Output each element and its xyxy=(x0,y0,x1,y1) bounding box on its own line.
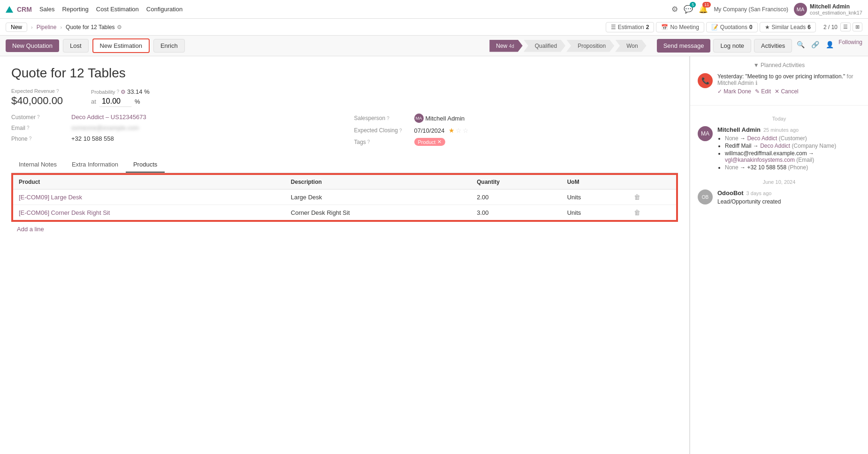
user-profile[interactable]: MA Mitchell Admin cost_estimation_knk17 xyxy=(794,3,862,16)
stage-proposition[interactable]: Proposition xyxy=(566,40,614,52)
email-value[interactable]: someone@example.com xyxy=(71,124,139,131)
breadcrumb-bar: New › Pipeline › Quote for 12 Tables ⚙ ☰… xyxy=(0,19,868,36)
messages-icon[interactable]: 💬5 xyxy=(684,5,693,14)
msg-time-1: 25 minutes ago xyxy=(763,127,799,133)
customer-label: Customer xyxy=(11,114,36,121)
product-2-name[interactable]: [E-COM06] Corner Desk Right Sit xyxy=(13,205,285,221)
change-3-value[interactable]: vgl@kanakinfosystems.com xyxy=(725,157,795,163)
star-2[interactable]: ☆ xyxy=(456,127,462,134)
col-description: Description xyxy=(285,174,471,189)
nav-cost-estimation[interactable]: Cost Estimation xyxy=(96,6,139,13)
following-button[interactable]: Following xyxy=(838,39,862,53)
msg-time-2: 3 days ago xyxy=(746,190,772,196)
lost-button[interactable]: Lost xyxy=(63,39,89,53)
stage-new[interactable]: New 4d xyxy=(489,40,522,52)
tab-extra-information[interactable]: Extra Information xyxy=(64,157,126,173)
tab-products[interactable]: Products xyxy=(126,157,165,173)
expected-revenue-help[interactable]: ? xyxy=(56,89,59,94)
expected-revenue-value: $40,000.00 xyxy=(11,95,63,107)
page-title: Quote for 12 Tables xyxy=(11,66,678,81)
user-sub: cost_estimation_knk17 xyxy=(810,10,862,15)
customer-value[interactable]: Deco Addict – US12345673 xyxy=(71,114,146,121)
tags-help[interactable]: ? xyxy=(367,139,370,144)
change-1-field: None xyxy=(725,135,739,142)
activity-info-icon[interactable]: ℹ xyxy=(755,80,758,86)
change-1-value[interactable]: Deco Addict xyxy=(747,135,777,142)
product-1-name[interactable]: [E-COM09] Large Desk xyxy=(13,189,285,205)
expected-closing-help[interactable]: ? xyxy=(399,128,402,133)
msg-body-2: OdooBot 3 days ago Lead/Opportunity crea… xyxy=(717,189,860,205)
phone-label: Phone xyxy=(11,136,28,142)
similar-leads-count: 6 xyxy=(807,24,811,30)
search-action-icon[interactable]: 🔍 xyxy=(795,39,807,53)
change-4-value: +32 10 588 558 xyxy=(747,164,786,171)
probability-gear[interactable]: ⚙ xyxy=(121,89,126,95)
settings-icon[interactable]: ⚙ xyxy=(671,5,678,14)
link-icon[interactable]: 🔗 xyxy=(809,39,821,53)
cancel-activity-btn[interactable]: ✕ Cancel xyxy=(775,88,799,95)
salesperson-label: Salesperson xyxy=(354,115,386,121)
customer-field: Customer ? Deco Addict – US12345673 xyxy=(11,114,335,121)
estimation-stat[interactable]: ☰ Estimation 2 xyxy=(606,22,655,32)
star-1[interactable]: ★ xyxy=(449,127,455,134)
quotations-stat[interactable]: 📝 Quotations 0 xyxy=(706,22,758,32)
nav-reporting[interactable]: Reporting xyxy=(62,6,88,13)
enrich-button[interactable]: Enrich xyxy=(153,39,185,53)
customer-help[interactable]: ? xyxy=(37,114,40,120)
breadcrumb-current: Quote for 12 Tables ⚙ xyxy=(66,24,122,30)
new-quotation-button[interactable]: New Quotation xyxy=(6,39,59,52)
activities-button[interactable]: Activities xyxy=(754,39,792,53)
message-item-1: MA Mitchell Admin 25 minutes ago None → … xyxy=(698,126,860,172)
probability-value: 33.14 % xyxy=(127,88,150,95)
alerts-icon[interactable]: 🔔11 xyxy=(699,5,708,14)
email-field: Email ? someone@example.com xyxy=(11,124,335,131)
record-nav: 2 / 10 ☰ ⊞ xyxy=(823,23,862,31)
change-2-value[interactable]: Deco Addict xyxy=(760,143,790,149)
product-2-quantity: 3.00 xyxy=(471,205,561,221)
delete-row-1[interactable]: 🗑 xyxy=(634,193,640,201)
product-2-uom: Units xyxy=(562,205,628,221)
change-2-field: Rediff Mail xyxy=(725,143,751,149)
tag-badge[interactable]: Product ✕ xyxy=(414,138,446,146)
msg-author-2: OdooBot xyxy=(717,189,744,197)
change-4-label: (Phone) xyxy=(788,164,808,171)
product-1-description: Large Desk xyxy=(285,189,471,205)
new-estimation-button[interactable]: New Estimation xyxy=(92,38,150,53)
star-3[interactable]: ☆ xyxy=(463,127,469,134)
probability-help[interactable]: ? xyxy=(116,89,119,94)
user-icon[interactable]: 👤 xyxy=(824,39,836,53)
activity-description: "Meeting to go over pricing information.… xyxy=(746,73,845,80)
delete-row-2[interactable]: 🗑 xyxy=(634,209,640,216)
mark-done-btn[interactable]: ✓ Mark Done xyxy=(717,88,751,95)
gear-icon[interactable]: ⚙ xyxy=(117,24,122,30)
at-value-input[interactable] xyxy=(99,96,132,107)
breadcrumb-parent[interactable]: Pipeline xyxy=(37,24,57,30)
stage-qualified[interactable]: Qualified xyxy=(524,40,565,52)
top-right: ⚙ 💬5 🔔11 My Company (San Francisco) MA M… xyxy=(671,3,862,16)
msg-author-1: Mitchell Admin xyxy=(717,126,761,133)
stage-won[interactable]: Won xyxy=(615,40,646,52)
nav-configuration[interactable]: Configuration xyxy=(146,6,183,13)
list-view-icon[interactable]: ☰ xyxy=(840,23,851,31)
phone-value: +32 10 588 558 xyxy=(71,135,114,142)
crm-logo[interactable]: CRM xyxy=(6,6,32,13)
add-line-button[interactable]: Add a line xyxy=(11,222,50,236)
salesperson-value: Mitchell Admin xyxy=(426,115,465,122)
expected-closing-label: Expected Closing xyxy=(354,127,398,134)
msg-avatar-2: OB xyxy=(698,189,713,204)
similar-leads-stat[interactable]: ★ Similar Leads 6 xyxy=(760,22,816,32)
new-record-button[interactable]: New xyxy=(6,23,27,32)
send-message-button[interactable]: Send message xyxy=(657,39,711,53)
log-note-button[interactable]: Log note xyxy=(713,39,751,53)
main-content: Quote for 12 Tables Expected Revenue ? $… xyxy=(0,56,868,454)
right-actions: Send message Log note Activities 🔍 🔗 👤 F… xyxy=(657,39,862,53)
meeting-stat[interactable]: 📅 No Meeting xyxy=(656,22,704,32)
tab-internal-notes[interactable]: Internal Notes xyxy=(11,157,64,173)
activity-icon: 📞 xyxy=(698,73,713,88)
phone-help[interactable]: ? xyxy=(29,136,32,141)
salesperson-help[interactable]: ? xyxy=(387,116,389,121)
nav-sales[interactable]: Sales xyxy=(39,6,55,13)
kanban-view-icon[interactable]: ⊞ xyxy=(853,23,862,31)
edit-activity-btn[interactable]: ✎ Edit xyxy=(755,88,771,95)
email-help[interactable]: ? xyxy=(27,125,30,130)
